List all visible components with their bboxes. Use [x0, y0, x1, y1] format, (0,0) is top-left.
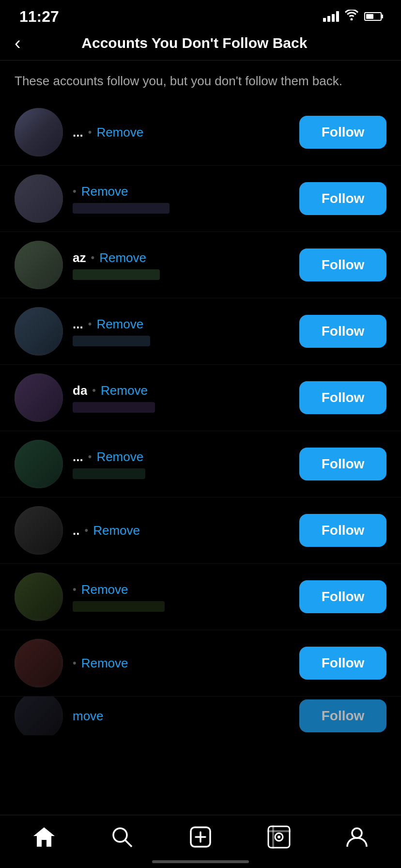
account-info: • Remove	[73, 184, 292, 214]
account-info: .. • Remove	[73, 523, 292, 538]
nav-search[interactable]	[100, 820, 144, 854]
account-name: da	[73, 383, 87, 398]
list-item: .. • Remove Follow	[0, 497, 401, 564]
list-item-partial: move Follow	[0, 697, 401, 735]
battery-icon	[364, 12, 382, 21]
nav-create[interactable]	[178, 820, 223, 854]
create-icon	[188, 824, 213, 850]
list-item: ... • Remove Follow	[0, 431, 401, 497]
account-name-row: • Remove	[73, 582, 292, 597]
status-bar: 11:27	[0, 0, 401, 29]
account-info: move	[73, 709, 292, 724]
account-name: ...	[73, 450, 83, 465]
follow-button[interactable]: Follow	[299, 381, 386, 414]
account-name: ...	[73, 317, 83, 332]
account-name-row: .. • Remove	[73, 523, 292, 538]
follow-button[interactable]: Follow	[299, 448, 386, 480]
account-info: ... • Remove	[73, 125, 292, 140]
avatar	[15, 573, 63, 621]
remove-button[interactable]: Remove	[101, 383, 148, 398]
reels-icon	[266, 824, 292, 850]
svg-point-10	[352, 828, 362, 838]
svg-line-1	[125, 840, 132, 847]
remove-button[interactable]: Remove	[96, 317, 143, 332]
status-icons	[323, 10, 382, 23]
avatar	[15, 174, 63, 223]
account-info: az • Remove	[73, 250, 292, 280]
signal-icon	[323, 11, 339, 22]
follow-button[interactable]: Follow	[299, 116, 386, 149]
account-info: ... • Remove	[73, 450, 292, 479]
back-button[interactable]: ‹	[15, 34, 21, 52]
avatar	[15, 307, 63, 356]
page-subtitle: These accounts follow you, but you don't…	[0, 61, 401, 99]
svg-rect-8	[267, 830, 291, 832]
follow-button[interactable]: Follow	[299, 182, 386, 215]
remove-button[interactable]: Remove	[81, 184, 128, 199]
nav-profile[interactable]	[335, 820, 379, 854]
follow-button[interactable]: Follow	[299, 248, 386, 281]
account-name-row: az • Remove	[73, 250, 292, 265]
account-info: • Remove	[73, 656, 292, 671]
list-item: • Remove Follow	[0, 630, 401, 697]
account-info: • Remove	[73, 582, 292, 612]
avatar	[15, 440, 63, 488]
account-list: ... • Remove Follow • Remove Follow az	[0, 99, 401, 735]
remove-button-partial[interactable]: move	[73, 709, 104, 724]
account-name-row: da • Remove	[73, 383, 292, 398]
wifi-icon	[345, 10, 358, 23]
remove-button[interactable]: Remove	[96, 450, 143, 465]
avatar	[15, 639, 63, 687]
home-indicator	[152, 860, 249, 863]
follow-button[interactable]: Follow	[299, 580, 386, 613]
account-name-row: • Remove	[73, 656, 292, 671]
remove-button[interactable]: Remove	[81, 582, 128, 597]
profile-icon	[344, 824, 370, 850]
account-name-row: ... • Remove	[73, 450, 292, 465]
follow-button[interactable]: Follow	[299, 315, 386, 348]
svg-point-7	[278, 836, 280, 838]
nav-home[interactable]	[22, 820, 66, 854]
account-name-row: move	[73, 709, 292, 724]
search-icon	[109, 824, 135, 850]
avatar	[15, 108, 63, 156]
page-header: ‹ Accounts You Don't Follow Back	[0, 29, 401, 61]
svg-point-0	[113, 828, 127, 842]
avatar	[15, 241, 63, 289]
avatar	[15, 506, 63, 555]
account-name: ..	[73, 523, 79, 538]
remove-button[interactable]: Remove	[81, 656, 128, 671]
account-name-row: • Remove	[73, 184, 292, 199]
home-icon	[31, 824, 57, 850]
list-item: az • Remove Follow	[0, 232, 401, 298]
list-item: ... • Remove Follow	[0, 298, 401, 365]
account-name: az	[73, 250, 86, 265]
list-item: • Remove Follow	[0, 166, 401, 232]
remove-button[interactable]: Remove	[99, 250, 146, 265]
status-time: 11:27	[19, 8, 59, 26]
page-title: Accounts You Don't Follow Back	[31, 35, 358, 51]
follow-button[interactable]: Follow	[299, 647, 386, 680]
avatar	[15, 373, 63, 422]
follow-button[interactable]: Follow	[299, 514, 386, 547]
account-info: ... • Remove	[73, 317, 292, 346]
remove-button[interactable]: Remove	[93, 523, 140, 538]
account-name-row: ... • Remove	[73, 317, 292, 332]
remove-button[interactable]: Remove	[96, 125, 143, 140]
list-item: • Remove Follow	[0, 564, 401, 630]
account-name-row: ... • Remove	[73, 125, 292, 140]
follow-button[interactable]: Follow	[299, 699, 386, 732]
account-info: da • Remove	[73, 383, 292, 413]
svg-rect-9	[272, 825, 274, 849]
list-item: da • Remove Follow	[0, 365, 401, 431]
nav-reels[interactable]	[257, 820, 301, 854]
account-name: ...	[73, 125, 83, 140]
avatar	[15, 697, 63, 735]
list-item: ... • Remove Follow	[0, 99, 401, 166]
